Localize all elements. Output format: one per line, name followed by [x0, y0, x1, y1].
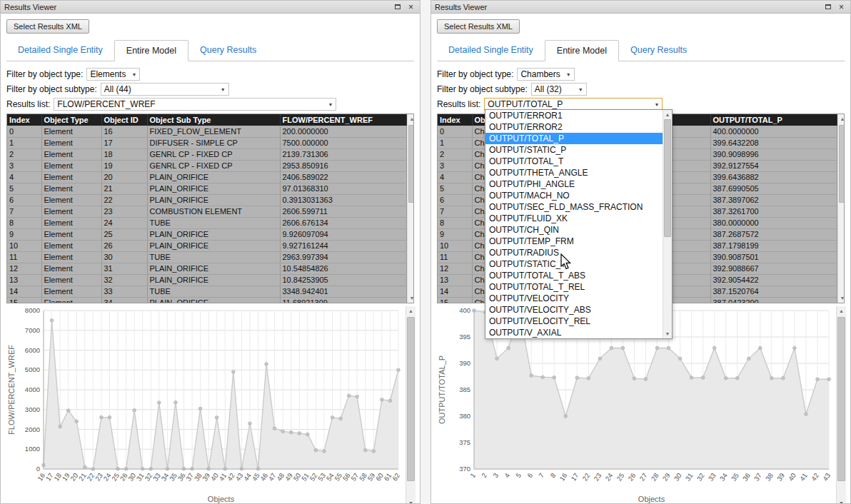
- float-window-button[interactable]: [392, 2, 403, 12]
- panel-splitter[interactable]: [421, 0, 430, 504]
- scrollbar-thumb[interactable]: [407, 317, 415, 481]
- table-cell: 387.3897062: [710, 194, 837, 206]
- column-header[interactable]: OUTPUT/TOTAL_P: [710, 114, 837, 126]
- panel-titlebar[interactable]: Results Viewer ×: [1, 1, 420, 14]
- dropdown-item[interactable]: OUTPUT/TEMP_FRM: [485, 236, 663, 247]
- scrollbar-track[interactable]: [838, 124, 845, 293]
- scroll-up-icon[interactable]: ▲: [837, 306, 846, 316]
- scroll-down-icon[interactable]: ▼: [408, 293, 415, 303]
- results-list-value: FLOW/PERCENT_WREF: [57, 99, 155, 109]
- scroll-up-icon[interactable]: ▲: [408, 114, 415, 124]
- dropdown-item[interactable]: OUTPUT/RADIUS: [485, 247, 663, 258]
- results-list-label: Results list:: [6, 99, 50, 109]
- table-row[interactable]: 14Element33TUBE3348.942401: [7, 286, 406, 297]
- object-type-dropdown[interactable]: Chambers ▼: [517, 68, 574, 81]
- table-row[interactable]: 15Element34PLAIN_ORIFICE11.68921309: [7, 297, 406, 303]
- table-scrollbar[interactable]: ▲ ▼: [837, 114, 845, 303]
- dropdown-item[interactable]: OUTPUT/TOTAL_T_ABS: [485, 270, 663, 281]
- object-type-dropdown[interactable]: Elements ▼: [86, 68, 140, 81]
- table-row[interactable]: 10Element26PLAIN_ORIFICE9.927161244: [7, 240, 406, 251]
- dropdown-scrollbar[interactable]: ▲ ▼: [663, 110, 672, 338]
- tab-entire-model[interactable]: Entire Model: [545, 40, 619, 61]
- dropdown-item[interactable]: OUTPUT/SEC_FLD_MASS_FRACTION: [485, 201, 663, 213]
- table-cell: 0: [7, 126, 41, 137]
- scrollbar-track[interactable]: [406, 316, 416, 498]
- scroll-down-icon[interactable]: ▼: [838, 293, 845, 303]
- close-button[interactable]: ×: [406, 2, 416, 12]
- tab-entire-model[interactable]: Entire Model: [114, 40, 188, 61]
- dropdown-item[interactable]: OUTPUT/TOTAL_T: [485, 156, 663, 167]
- scrollbar-thumb[interactable]: [664, 119, 671, 237]
- tab-detailed-single-entity[interactable]: Detailed Single Entity: [437, 40, 545, 61]
- scrollbar-thumb[interactable]: [408, 125, 415, 203]
- scrollbar-track[interactable]: [663, 119, 672, 329]
- table-row[interactable]: 6Element22PLAIN_ORIFICE0.3913031363: [7, 194, 406, 206]
- table-row[interactable]: 0Element16FIXED_FLOW_ELEMENT200.0000000: [7, 126, 406, 137]
- column-header[interactable]: Index: [438, 114, 472, 126]
- table-row[interactable]: 2Element18GENRL CP - FIXED CP2139.731306: [7, 148, 406, 160]
- dropdown-item[interactable]: OUTPUT/PHI_ANGLE: [485, 178, 663, 190]
- scroll-up-icon[interactable]: ▲: [406, 306, 416, 316]
- dropdown-item[interactable]: OUTPUT/VELOCITY_REL: [485, 316, 663, 327]
- table-scrollbar[interactable]: ▲ ▼: [407, 114, 415, 303]
- scroll-down-icon[interactable]: ▼: [663, 329, 672, 338]
- table-row[interactable]: 1Element17DIFFUSER - SIMPLE CP7500.00000…: [7, 137, 406, 148]
- chart-scrollbar[interactable]: ▲ ▼: [836, 306, 846, 504]
- close-button[interactable]: ×: [836, 2, 847, 12]
- table-row[interactable]: 7Element23COMBUSTION ELEMENT2606.599711: [7, 206, 406, 217]
- table-cell: Element: [41, 217, 101, 228]
- scrollbar-thumb[interactable]: [837, 317, 845, 481]
- object-subtype-dropdown[interactable]: All (44) ▼: [101, 83, 229, 96]
- column-header[interactable]: Object ID: [101, 114, 147, 126]
- dropdown-item[interactable]: OUTPUT/STATIC_T: [485, 258, 663, 270]
- scroll-up-icon[interactable]: ▲: [663, 110, 672, 119]
- table-cell: 390.9087501: [710, 251, 837, 263]
- table-cell: 2: [438, 148, 472, 160]
- column-header[interactable]: Object Sub Type: [147, 114, 280, 126]
- results-list-dropdown[interactable]: FLOW/PERCENT_WREF ▼: [54, 98, 336, 111]
- scrollbar-track[interactable]: [408, 124, 415, 293]
- select-results-xml-button[interactable]: Select Results XML: [6, 19, 89, 34]
- dropdown-item[interactable]: OUTPUT/VELOCITY_ABS: [485, 304, 663, 316]
- dropdown-item[interactable]: OUTPUT/ERROR1: [485, 110, 663, 121]
- table-row[interactable]: 9Element25PLAIN_ORIFICE9.926097094: [7, 228, 406, 240]
- table-cell: TUBE: [147, 286, 280, 297]
- dropdown-item[interactable]: OUTPUT/TOTAL_T_REL: [485, 281, 663, 293]
- dropdown-item[interactable]: OUTPUT/CH_QIN: [485, 224, 663, 236]
- dropdown-item[interactable]: OUTPUT/MACH_NO: [485, 190, 663, 201]
- table-row[interactable]: 13Element32PLAIN_ORIFICE10.84253905: [7, 274, 406, 286]
- object-subtype-dropdown[interactable]: All (32) ▼: [531, 83, 587, 96]
- tab-detailed-single-entity[interactable]: Detailed Single Entity: [6, 40, 114, 61]
- table-row[interactable]: 3Element19GENRL CP - FIXED CP2953.850916: [7, 160, 406, 171]
- dropdown-item[interactable]: OUTPUT/THETA_ANGLE: [485, 167, 663, 178]
- scrollbar-thumb[interactable]: [839, 125, 845, 203]
- scroll-down-icon[interactable]: ▼: [837, 498, 846, 504]
- dropdown-item[interactable]: OUTPUT/VELOCITY: [485, 293, 663, 304]
- column-header[interactable]: Object Type: [41, 114, 101, 126]
- dropdown-item[interactable]: OUTPUT/TOTAL_P: [485, 133, 663, 144]
- scroll-down-icon[interactable]: ▼: [406, 498, 416, 504]
- column-header[interactable]: Index: [7, 114, 41, 126]
- table-cell: 387.1520764: [710, 286, 837, 297]
- dropdown-item[interactable]: OUTPUT/STATIC_P: [485, 144, 663, 156]
- chart-scrollbar[interactable]: ▲ ▼: [406, 306, 416, 504]
- table-cell: 14: [7, 286, 41, 297]
- scroll-up-icon[interactable]: ▲: [838, 114, 845, 124]
- table-row[interactable]: 5Element21PLAIN_ORIFICE97.01368310: [7, 183, 406, 194]
- scrollbar-track[interactable]: [837, 316, 846, 498]
- float-window-button[interactable]: [822, 2, 833, 12]
- select-results-xml-button[interactable]: Select Results XML: [437, 19, 520, 34]
- panel-titlebar[interactable]: Results Viewer ×: [431, 1, 850, 14]
- column-header[interactable]: FLOW/PERCENT_WREF: [280, 114, 406, 126]
- table-row[interactable]: 8Element24TUBE2606.676134: [7, 217, 406, 228]
- table-row[interactable]: 11Element30TUBE2963.997394: [7, 251, 406, 263]
- dropdown-item[interactable]: OUTPUT/V_AXIAL: [485, 327, 663, 338]
- table-row[interactable]: 4Element20PLAIN_ORIFICE2406.589022: [7, 171, 406, 183]
- tab-query-results[interactable]: Query Results: [619, 40, 698, 61]
- dropdown-item[interactable]: OUTPUT/FLUID_XK: [485, 213, 663, 224]
- table-cell: Element: [41, 206, 101, 217]
- table-cell: 15: [438, 297, 472, 303]
- table-row[interactable]: 12Element31PLAIN_ORIFICE10.54854826: [7, 263, 406, 274]
- dropdown-item[interactable]: OUTPUT/ERROR2: [485, 121, 663, 133]
- tab-query-results[interactable]: Query Results: [188, 40, 268, 61]
